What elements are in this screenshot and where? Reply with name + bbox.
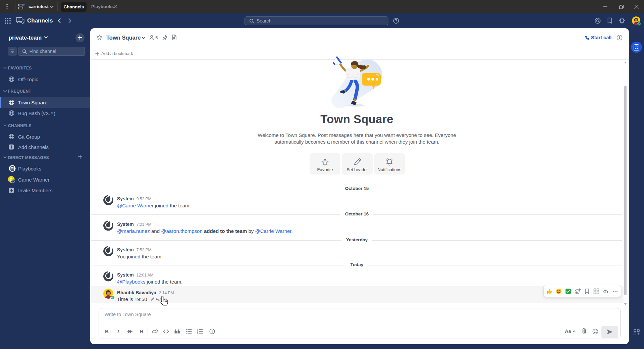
svg-text:H: H [140, 329, 144, 334]
svg-text:I: I [117, 329, 119, 334]
svg-text:3: 3 [197, 332, 198, 334]
svg-text:B: B [105, 329, 109, 334]
